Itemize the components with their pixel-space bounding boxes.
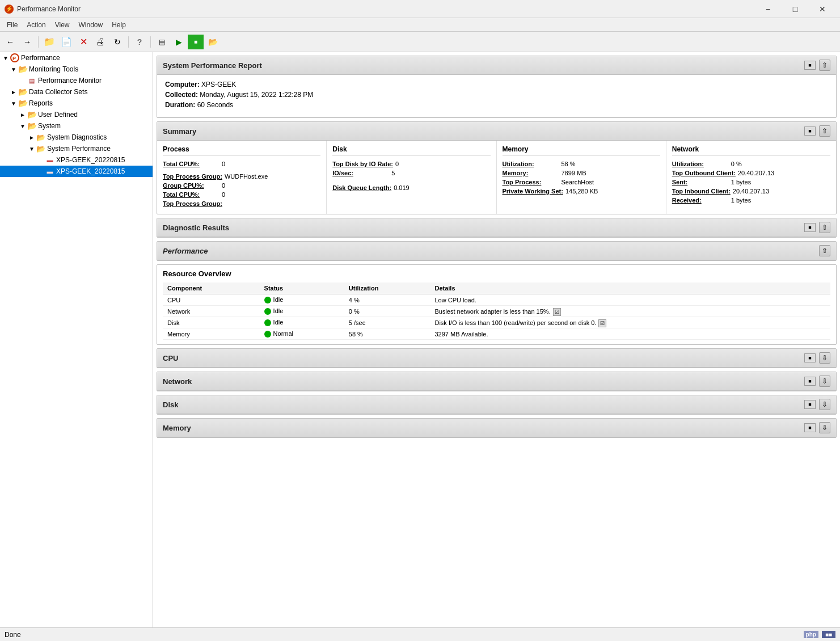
menu-view[interactable]: View [50,20,74,30]
toggle-monitoring-tools[interactable]: ▼ [9,65,18,74]
folder-reports-icon: 📂 [18,99,27,108]
sidebar-item-report1[interactable]: ► ▬ XPS-GEEK_20220815 [0,154,153,166]
report-grid-icon[interactable]: ■ [804,61,816,70]
sidebar-item-label-reports: Reports [29,99,53,107]
resource-table-header-row: Component Status Utilization Details [163,282,830,294]
network-grid-icon[interactable]: ■ [804,377,816,386]
run-button[interactable]: ▶ [171,35,187,49]
resource-component: Memory [163,328,260,340]
sidebar-item-report2[interactable]: ► ▬ XPS-GEEK_20220815 [0,166,153,177]
maximize-button[interactable]: □ [782,0,808,18]
summary-section: Summary ■ ⇧ Process Total CPU%: 0 Top Pr [157,121,837,214]
sidebar-item-label-monitoring-tools: Monitoring Tools [29,65,78,73]
toggle-data-collector[interactable]: ► [9,87,18,96]
new-button[interactable]: 📄 [58,35,74,49]
folder-open-button[interactable]: 📂 [205,35,221,49]
col-component: Component [163,282,260,294]
minimize-button[interactable]: − [755,0,781,18]
report-collapse-btn[interactable]: ⇧ [819,60,830,71]
performance-sub-collapse-btn[interactable]: ⇧ [819,245,830,256]
details-link-icon[interactable]: ☑ [553,308,561,316]
cpu-controls: ■ ⇩ [804,352,830,364]
monitor-button[interactable]: ▤ [154,35,170,49]
status-indicator [264,308,271,315]
performance-subsection-header[interactable]: Performance ⇧ [157,242,836,260]
resource-overview-title: Resource Overview [163,269,830,278]
top-disk-row: Top Disk by IO Rate: 0 [332,161,490,167]
collected-label: Collected: [165,91,200,99]
delete-button[interactable]: ✕ [75,35,91,49]
collected-value: Monday, August 15, 2022 1:22:28 PM [200,91,313,99]
sent-row: Sent: 1 bytes [672,179,830,185]
received-label: Received: [672,197,729,204]
top-process-group-label: Top Process Group: [163,173,222,180]
sidebar-item-monitoring-tools[interactable]: ▼ 📂 Monitoring Tools [0,64,153,75]
menu-window[interactable]: Window [74,20,108,30]
memory-section-header[interactable]: Memory ■ ⇩ [157,419,836,437]
network-section-header[interactable]: Network ■ ⇩ [157,372,836,391]
sidebar-item-label-report1: XPS-GEEK_20220815 [56,156,125,164]
toggle-system[interactable]: ▼ [18,121,27,130]
back-button[interactable]: ← [2,35,18,49]
toggle-system-diagnostics[interactable]: ► [27,133,36,142]
menu-file[interactable]: File [2,20,22,30]
add-button[interactable]: ■ [188,35,204,49]
network-controls: ■ ⇩ [804,376,830,387]
summary-header[interactable]: Summary ■ ⇧ [157,122,836,141]
summary-grid-icon[interactable]: ■ [804,126,816,136]
menu-action[interactable]: Action [22,20,50,30]
forward-button[interactable]: → [19,35,35,49]
sidebar-item-user-defined[interactable]: ► 📂 User Defined [0,109,153,120]
menu-help[interactable]: Help [107,20,130,30]
help-button[interactable]: ? [132,35,147,49]
toggle-system-performance[interactable]: ▼ [27,144,36,153]
duration-value: 60 Seconds [197,101,233,109]
cpu-grid-icon[interactable]: ■ [804,353,816,362]
sidebar-item-reports[interactable]: ▼ 📂 Reports [0,98,153,109]
cpu-header[interactable]: CPU ■ ⇩ [157,349,836,368]
disk-grid-icon[interactable]: ■ [804,400,816,409]
refresh-button[interactable]: ↻ [109,35,125,49]
diagnostic-results-header[interactable]: Diagnostic Results ■ ⇧ [157,218,836,237]
sidebar-item-system-performance[interactable]: ▼ 📂 System Performance [0,143,153,154]
diagnostic-collapse-btn[interactable]: ⇧ [819,222,830,233]
duration-field: Duration: 60 Seconds [165,101,828,109]
open-button[interactable]: 📁 [41,35,57,49]
sidebar-item-label-user-defined: User Defined [38,111,78,119]
cpu-collapse-btn[interactable]: ⇩ [819,352,830,364]
summary-collapse-btn[interactable]: ⇧ [819,125,830,137]
resource-status: Idle [260,317,344,328]
sidebar-item-performance-monitor[interactable]: ► ▤ Performance Monitor [0,75,153,86]
sidebar-item-data-collector-sets[interactable]: ► 📂 Data Collector Sets [0,86,153,98]
diagnostic-grid-icon[interactable]: ■ [804,223,816,232]
disk-section-header[interactable]: Disk ■ ⇩ [157,395,836,414]
print-button[interactable]: 🖨 [92,35,108,49]
details-link-icon[interactable]: ☑ [598,319,606,327]
top-process-row: Top Process: SearchHost [503,179,660,185]
computer-field: Computer: XPS-GEEK [165,81,828,88]
sent-label: Sent: [672,179,729,185]
toggle-user-defined[interactable]: ► [18,110,27,119]
memory-grid-icon[interactable]: ■ [804,423,816,432]
status-indicator [264,319,271,326]
network-collapse-btn[interactable]: ⇩ [819,376,830,387]
sidebar-item-system-diagnostics[interactable]: ► 📂 System Diagnostics [0,132,153,143]
sidebar-item-performance[interactable]: ▼ P Performance [0,52,153,64]
toggle-reports[interactable]: ▼ [9,99,18,108]
disk-collapse-btn[interactable]: ⇩ [819,399,830,410]
toggle-performance[interactable]: ▼ [1,53,10,62]
close-button[interactable]: ✕ [809,0,835,18]
memory-section: Memory ■ ⇩ [157,418,837,438]
summary-disk-col: Disk Top Disk by IO Rate: 0 IO/sec: 5 Di… [327,141,496,214]
top-process-group-row: Top Process Group: WUDFHost.exe [163,173,320,180]
system-performance-report-header[interactable]: System Performance Report ■ ⇧ [157,56,836,75]
status-text: Done [5,631,21,639]
private-ws-value: 145,280 KB [565,188,598,195]
resource-table-row: NetworkIdle0 %Busiest network adapter is… [163,306,830,317]
resource-status: Idle [260,306,344,317]
sidebar-item-system[interactable]: ▼ 📂 System [0,120,153,132]
title-bar-controls: − □ ✕ [755,0,835,18]
memory-collapse-btn[interactable]: ⇩ [819,422,830,433]
top-process-group-value: WUDFHost.exe [225,173,268,180]
top-disk-value: 0 [395,161,399,167]
